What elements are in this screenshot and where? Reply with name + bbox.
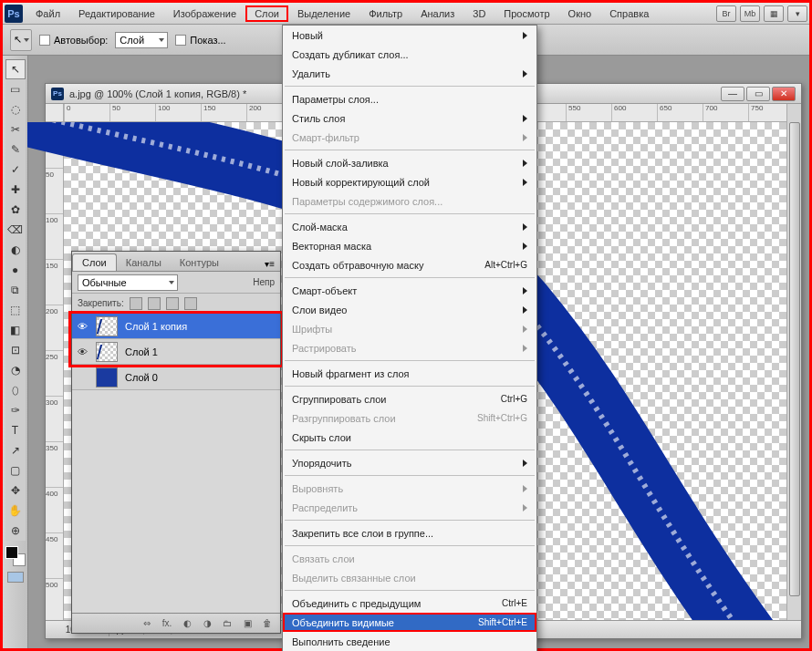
- tool-13[interactable]: ◧: [5, 320, 26, 340]
- tool-8[interactable]: ⌫: [5, 220, 26, 240]
- menu-item: Выделить связанные слои: [283, 568, 536, 587]
- lock-transparency-icon[interactable]: [130, 297, 142, 310]
- menu-item[interactable]: Выполнить сведение: [283, 632, 536, 651]
- tool-4[interactable]: ✎: [5, 140, 26, 160]
- adjustment-layer-icon[interactable]: ◑: [200, 617, 214, 630]
- menu-item[interactable]: Новый: [283, 26, 536, 45]
- tool-6[interactable]: ✚: [5, 180, 26, 200]
- new-layer-icon[interactable]: ▣: [240, 617, 255, 630]
- menu-слои[interactable]: Слои: [245, 5, 288, 22]
- auto-select-label: Автовыбор:: [54, 35, 108, 46]
- scrollbar-vertical[interactable]: [786, 104, 801, 620]
- menu-фильтр[interactable]: Фильтр: [359, 5, 411, 22]
- menu-окно[interactable]: Окно: [559, 5, 601, 22]
- menu-item[interactable]: Стиль слоя: [283, 108, 536, 128]
- menu-изображение[interactable]: Изображение: [164, 5, 245, 22]
- tab-paths[interactable]: Контуры: [171, 254, 228, 271]
- tab-channels[interactable]: Каналы: [117, 254, 171, 271]
- tool-16[interactable]: ⬯: [5, 380, 26, 400]
- tool-2[interactable]: ◌: [5, 99, 26, 119]
- tool-23[interactable]: ⊕: [5, 521, 26, 541]
- lock-position-icon[interactable]: [166, 297, 179, 310]
- layer-fx-icon[interactable]: fx.: [160, 617, 174, 630]
- menu-item[interactable]: Векторная маска: [283, 236, 536, 255]
- menu-item[interactable]: Создать обтравочную маскуAlt+Ctrl+G: [283, 255, 536, 274]
- panel-tabs: Слои Каналы Контуры ▾≡: [72, 252, 280, 272]
- workspace-switch-icon[interactable]: ▾: [787, 5, 807, 22]
- menu-item[interactable]: Смарт-объект: [283, 281, 536, 300]
- menu-выделение[interactable]: Выделение: [288, 5, 359, 22]
- tool-3[interactable]: ✂: [5, 119, 26, 140]
- menu-справка[interactable]: Справка: [600, 5, 658, 22]
- tab-layers[interactable]: Слои: [72, 253, 117, 271]
- menu-item[interactable]: Слой-маска: [283, 217, 536, 236]
- quick-mask-icon[interactable]: [7, 572, 24, 583]
- menu-анализ[interactable]: Анализ: [411, 5, 463, 22]
- lock-all-icon[interactable]: [184, 297, 197, 310]
- blend-mode-dropdown[interactable]: Обычные: [78, 274, 178, 291]
- layer-row[interactable]: Слой 0: [72, 365, 280, 390]
- menu-item[interactable]: Скрыть слои: [283, 428, 536, 447]
- layer-mask-icon[interactable]: ◐: [180, 617, 194, 630]
- document-title: a.jpg @ 100% (Слой 1 копия, RGB/8) *: [69, 88, 246, 99]
- visibility-eye-icon[interactable]: 👁: [72, 321, 92, 332]
- mb-icon[interactable]: Mb: [740, 5, 760, 22]
- tool-14[interactable]: ⊡: [5, 340, 26, 360]
- menubar: Ps ФайлРедактированиеИзображениеСлоиВыде…: [3, 3, 809, 25]
- menu-item[interactable]: Слои видео: [283, 300, 536, 319]
- tool-9[interactable]: ◐: [5, 240, 26, 260]
- layer-row[interactable]: 👁Слой 1: [72, 339, 280, 365]
- auto-select-checkbox[interactable]: [39, 35, 50, 46]
- menu-item[interactable]: Новый фрагмент из слоя: [283, 364, 536, 383]
- menu-item[interactable]: Объединить видимыеShift+Ctrl+E: [283, 613, 536, 632]
- tool-21[interactable]: ✥: [5, 480, 26, 501]
- menu-item[interactable]: Параметры слоя...: [283, 89, 536, 108]
- grid-icon[interactable]: ▦: [764, 5, 784, 22]
- menu-item: Связать слои: [283, 549, 536, 568]
- tool-11[interactable]: ⧉: [5, 280, 26, 300]
- tool-10[interactable]: ●: [5, 260, 26, 280]
- tool-20[interactable]: ▢: [5, 460, 26, 480]
- menu-3d[interactable]: 3D: [463, 5, 494, 22]
- color-swatch[interactable]: [5, 546, 26, 566]
- menu-просмотр[interactable]: Просмотр: [494, 5, 558, 22]
- maximize-button[interactable]: ▭: [746, 87, 770, 101]
- menu-item[interactable]: Создать дубликат слоя...: [283, 45, 536, 64]
- show-transform-label: Показ...: [190, 35, 225, 46]
- menu-item[interactable]: Новый корректирующий слой: [283, 172, 536, 191]
- tool-7[interactable]: ✿: [5, 200, 26, 220]
- layer-row[interactable]: 👁Слой 1 копия: [72, 314, 280, 339]
- tool-1[interactable]: ▭: [5, 79, 26, 99]
- menu-item[interactable]: Упорядочить: [283, 453, 536, 472]
- menu-item[interactable]: Закрепить все слои в группе...: [283, 523, 536, 542]
- link-layers-icon[interactable]: ⇔: [140, 617, 154, 630]
- menu-item[interactable]: Объединить с предыдущимCtrl+E: [283, 594, 536, 613]
- auto-select-dropdown[interactable]: Слой: [115, 32, 168, 48]
- visibility-eye-icon[interactable]: 👁: [72, 346, 92, 357]
- minimize-button[interactable]: —: [721, 87, 744, 101]
- bridge-icon[interactable]: Br: [716, 5, 736, 22]
- tool-15[interactable]: ◔: [5, 360, 26, 380]
- menu-файл[interactable]: Файл: [26, 5, 69, 22]
- tool-19[interactable]: ↗: [5, 440, 26, 460]
- menu-item[interactable]: Удалить: [283, 64, 536, 83]
- tool-17[interactable]: ✑: [5, 400, 26, 420]
- menu-item[interactable]: Сгруппировать слоиCtrl+G: [283, 389, 536, 408]
- show-transform-checkbox[interactable]: [175, 35, 186, 46]
- tool-12[interactable]: ⬚: [5, 300, 26, 320]
- delete-layer-icon[interactable]: 🗑: [260, 617, 275, 630]
- menu-item[interactable]: Новый слой-заливка: [283, 153, 536, 172]
- group-icon[interactable]: 🗀: [220, 617, 234, 630]
- tool-18[interactable]: T: [5, 420, 26, 440]
- ps-doc-icon: Ps: [51, 88, 64, 100]
- lock-pixels-icon[interactable]: [148, 297, 161, 310]
- tool-0[interactable]: ↖: [5, 59, 26, 79]
- move-tool-icon[interactable]: ↖: [10, 29, 32, 51]
- close-button[interactable]: ✕: [772, 87, 796, 101]
- lock-label: Закрепить:: [78, 298, 124, 308]
- layer-thumbnail: [96, 342, 118, 362]
- menu-редактирование[interactable]: Редактирование: [69, 5, 164, 22]
- tool-22[interactable]: ✋: [5, 501, 26, 521]
- panel-menu-icon[interactable]: ▾≡: [259, 257, 280, 271]
- tool-5[interactable]: ✓: [5, 160, 26, 180]
